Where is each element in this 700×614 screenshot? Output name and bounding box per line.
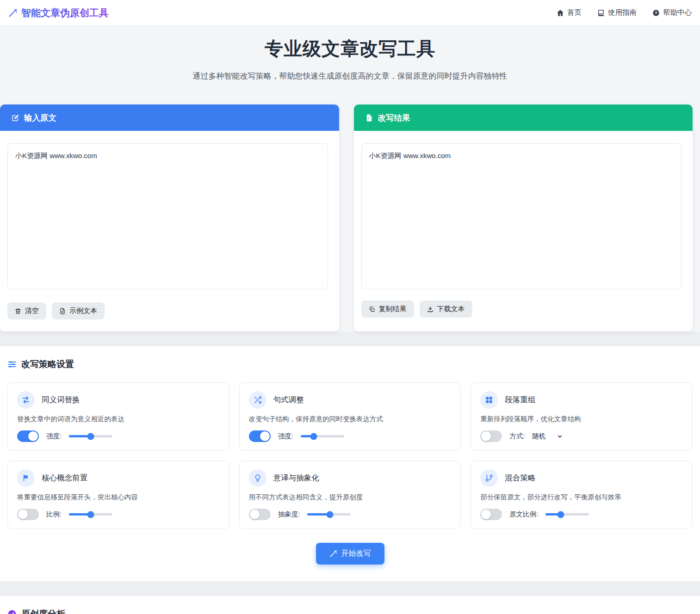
control-label: 方式: xyxy=(509,432,525,441)
strategy-card-desc: 重新排列段落顺序，优化文章结构 xyxy=(480,415,683,424)
strategy-card-title: 意译与抽象化 xyxy=(273,473,319,483)
strategy-card-synonym: 同义词替换 替换文章中的词语为意义相近的表达 强度: xyxy=(7,382,229,451)
strategy-card-hybrid: 混合策略 部分保留原文，部分进行改写，平衡原创与效率 原文比例: xyxy=(471,460,693,529)
synonym-toggle[interactable] xyxy=(17,430,39,442)
paragraph-toggle[interactable] xyxy=(480,430,502,442)
grid-icon xyxy=(480,391,498,409)
control-label: 比例: xyxy=(46,510,62,519)
swap-arrows-icon xyxy=(17,391,35,409)
nav-menu: 首页 使用指南 ? 帮助中心 xyxy=(557,8,692,18)
strategy-section: 改写策略设置 同义词替换 替换文章中的词语为意义相近的表达 强度: xyxy=(0,346,700,581)
strategy-card-concept: 核心概念前置 将重要信息移至段落开头，突出核心内容 比例: xyxy=(7,460,229,529)
nav-item-label: 帮助中心 xyxy=(663,8,692,18)
result-text: 小K资源网 www.xkwo.com xyxy=(361,143,682,289)
download-text-button[interactable]: 下载文本 xyxy=(420,301,472,318)
strategy-card-title: 句式调整 xyxy=(273,395,304,405)
nav-item-guide[interactable]: 使用指南 xyxy=(597,8,637,18)
lightbulb-icon xyxy=(249,469,266,487)
file-text-icon xyxy=(59,308,66,314)
result-panel-actions: 复制结果 下载文本 xyxy=(354,289,693,330)
start-rewrite-button-label: 开始改写 xyxy=(341,549,371,559)
control-label: 强度: xyxy=(278,432,293,441)
analysis-section-header: 原创度分析 xyxy=(7,608,693,614)
magic-wand-icon xyxy=(329,550,337,558)
page-title: 专业级文章改写工具 xyxy=(0,36,700,61)
analysis-section-title: 原创度分析 xyxy=(21,608,65,614)
control-label: 抽象度: xyxy=(278,510,300,519)
edit-icon xyxy=(11,114,19,122)
strategy-card-sentence: 句式调整 改变句子结构，保持原意的同时变换表达方式 强度: xyxy=(239,382,461,451)
magic-wand-icon xyxy=(8,8,18,18)
editor-panels: 输入原文 小K资源网 www.xkwo.com 清空 示例文本 xyxy=(0,95,700,332)
app-logo[interactable]: 智能文章伪原创工具 xyxy=(8,6,109,19)
sliders-icon xyxy=(7,360,17,369)
concept-ratio-slider[interactable] xyxy=(69,513,112,516)
analysis-section: 原创度分析 69% 预估原创度 8 总字数 66BCF8051O686M 修改比… xyxy=(0,596,700,614)
copy-icon xyxy=(369,306,375,313)
flag-icon xyxy=(17,469,35,487)
git-branch-icon xyxy=(480,469,498,487)
strategy-card-desc: 部分保留原文，部分进行改写，平衡原创与效率 xyxy=(480,493,683,502)
strategy-card-title: 段落重组 xyxy=(505,395,535,405)
paragraph-mode-value: 随机 xyxy=(532,432,545,441)
input-panel-body: 小K资源网 www.xkwo.com xyxy=(0,131,339,291)
strategy-section-title: 改写策略设置 xyxy=(21,358,74,370)
chevron-down-icon xyxy=(557,433,563,440)
sample-text-button[interactable]: 示例文本 xyxy=(52,302,105,319)
input-panel-actions: 清空 示例文本 xyxy=(0,291,339,332)
strategy-card-title: 核心概念前置 xyxy=(42,473,87,483)
copy-result-button[interactable]: 复制结果 xyxy=(361,301,414,318)
input-panel-header: 输入原文 xyxy=(0,104,339,131)
source-textarea[interactable]: 小K资源网 www.xkwo.com xyxy=(7,143,328,289)
clear-button-label: 清空 xyxy=(25,307,39,315)
strategy-card-desc: 改变句子结构，保持原意的同时变换表达方式 xyxy=(249,415,452,424)
app-title: 智能文章伪原创工具 xyxy=(21,6,109,19)
download-icon xyxy=(427,306,434,313)
strategy-card-desc: 替换文章中的词语为意义相近的表达 xyxy=(17,415,220,424)
strategy-card-desc: 用不同方式表达相同含义，提升原创度 xyxy=(249,493,452,502)
clear-button[interactable]: 清空 xyxy=(7,302,46,319)
check-circle-icon xyxy=(7,609,17,614)
trash-icon xyxy=(15,308,21,314)
book-icon xyxy=(597,9,605,17)
abstract-toggle[interactable] xyxy=(249,509,271,520)
paragraph-mode-select[interactable]: 随机 xyxy=(532,432,563,441)
strategy-card-title: 混合策略 xyxy=(505,473,535,483)
nav-item-label: 首页 xyxy=(567,8,582,18)
page-subtitle: 通过多种智能改写策略，帮助您快速生成原创度高的文章，保留原意的同时提升内容独特性 xyxy=(0,71,700,81)
start-rewrite-button[interactable]: 开始改写 xyxy=(316,543,384,565)
nav-item-label: 使用指南 xyxy=(608,8,637,18)
result-panel-title: 改写结果 xyxy=(378,112,410,123)
result-panel: 改写结果 小K资源网 www.xkwo.com 复制结果 下载 xyxy=(354,104,693,332)
abstract-level-slider[interactable] xyxy=(307,513,351,516)
nav-item-help[interactable]: ? 帮助中心 xyxy=(652,8,692,18)
copy-result-button-label: 复制结果 xyxy=(379,305,407,313)
hybrid-toggle[interactable] xyxy=(480,509,502,520)
navbar: 智能文章伪原创工具 首页 使用指南 ? xyxy=(0,0,700,26)
strategy-card-abstract: 意译与抽象化 用不同方式表达相同含义，提升原创度 抽象度: xyxy=(239,460,461,529)
strategy-card-desc: 将重要信息移至段落开头，突出核心内容 xyxy=(17,493,220,502)
input-panel: 输入原文 小K资源网 www.xkwo.com 清空 示例文本 xyxy=(0,104,339,332)
hero: 专业级文章改写工具 通过多种智能改写策略，帮助您快速生成原创度高的文章，保留原意… xyxy=(0,26,700,95)
sentence-toggle[interactable] xyxy=(249,430,271,442)
control-label: 原文比例: xyxy=(509,510,538,519)
result-panel-body: 小K资源网 www.xkwo.com xyxy=(354,131,693,289)
concept-toggle[interactable] xyxy=(17,509,39,520)
strategy-card-paragraph: 段落重组 重新排列段落顺序，优化文章结构 方式: 随机 xyxy=(471,382,693,451)
hybrid-ratio-slider[interactable] xyxy=(545,513,589,516)
synonym-strength-slider[interactable] xyxy=(69,435,112,437)
input-panel-title: 输入原文 xyxy=(24,112,56,123)
nav-item-home[interactable]: 首页 xyxy=(557,8,582,18)
sample-text-button-label: 示例文本 xyxy=(69,307,97,315)
help-circle-icon: ? xyxy=(652,9,660,17)
strategy-card-title: 同义词替换 xyxy=(42,395,80,405)
strategy-cards: 同义词替换 替换文章中的词语为意义相近的表达 强度: 句式调整 改变句子结构，保… xyxy=(7,382,693,529)
result-panel-header: 改写结果 xyxy=(354,104,693,131)
document-icon xyxy=(365,114,373,122)
home-icon xyxy=(557,9,564,17)
shuffle-icon xyxy=(249,391,266,409)
sentence-strength-slider[interactable] xyxy=(301,435,344,437)
download-text-button-label: 下载文本 xyxy=(437,305,465,313)
control-label: 强度: xyxy=(46,432,62,441)
svg-text:?: ? xyxy=(655,11,657,15)
